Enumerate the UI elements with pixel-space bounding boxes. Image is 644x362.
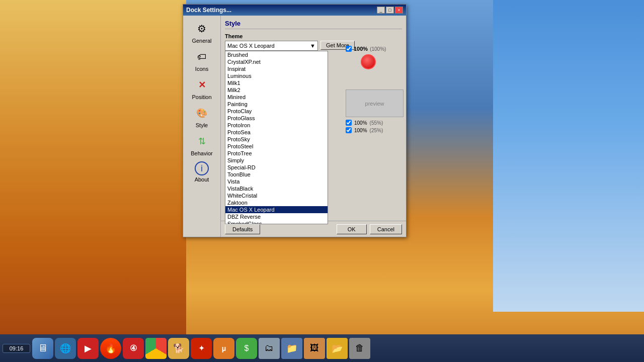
position-icon: ✕ xyxy=(194,77,210,93)
theme-selected-value: Mac OS X Leopard xyxy=(227,43,275,49)
dropdown-item-selected[interactable]: Mac OS X Leopard xyxy=(225,206,328,213)
zoom-value-2: 100% xyxy=(354,128,367,133)
taskbar-icon-folder1[interactable]: 📁 xyxy=(281,338,302,359)
desktop-right-panel xyxy=(493,0,644,312)
size-value: 100% xyxy=(354,46,368,52)
sidebar: ⚙ General 🏷 Icons ✕ Position 🎨 Style ⇅ B… xyxy=(183,16,221,237)
dropdown-item[interactable]: DBZ Reverse xyxy=(225,213,328,220)
theme-label: Theme xyxy=(225,33,402,39)
zoom-checkbox-1[interactable] xyxy=(346,120,352,126)
style-content: Style Theme Mac OS X Leopard ▼ Brushed C… xyxy=(221,16,406,237)
size-pct: (100%) xyxy=(370,46,386,52)
dropdown-item[interactable]: SmokedGlass xyxy=(225,220,328,224)
preview-label: preview xyxy=(365,101,384,107)
dropdown-item[interactable]: Brushed xyxy=(225,51,328,58)
style-icon: 🎨 xyxy=(194,105,210,121)
dropdown-item[interactable]: Vista xyxy=(225,178,328,185)
sidebar-label-style: Style xyxy=(196,122,208,128)
taskbar-icon-network[interactable]: 🌐 xyxy=(55,338,76,359)
sidebar-label-icons: Icons xyxy=(195,66,208,72)
sidebar-item-icons[interactable]: 🏷 Icons xyxy=(184,46,219,74)
taskbar-icon-folder2[interactable]: 📂 xyxy=(327,338,348,359)
dropdown-item[interactable]: ToonBlue xyxy=(225,171,328,178)
dropdown-item[interactable]: Milk1 xyxy=(225,79,328,86)
section-title: Style xyxy=(225,20,402,29)
size-checkbox[interactable] xyxy=(346,46,352,52)
sidebar-item-position[interactable]: ✕ Position xyxy=(184,74,219,103)
taskbar-icon-currency[interactable]: $ xyxy=(236,338,257,359)
taskbar-clock: 09:16 xyxy=(3,344,30,353)
size-area: 100% (100%) preview 100% (55%) xyxy=(346,46,404,133)
zoom-pct-2: (25%) xyxy=(370,128,383,133)
sidebar-label-general: General xyxy=(192,38,211,44)
window-titlebar: Dock Settings... _ □ × xyxy=(183,5,406,16)
dropdown-item[interactable]: ProtoClay xyxy=(225,108,328,115)
sidebar-label-about: About xyxy=(195,176,209,183)
behavior-icon: ⇅ xyxy=(194,133,210,149)
zoom-value-1: 100% xyxy=(354,120,367,126)
theme-dropdown[interactable]: Mac OS X Leopard ▼ xyxy=(225,41,318,51)
window-body: ⚙ General 🏷 Icons ✕ Position 🎨 Style ⇅ B… xyxy=(183,16,406,237)
dropdown-item[interactable]: CrystalXP.net xyxy=(225,58,328,65)
dropdown-item[interactable]: Minired xyxy=(225,94,328,101)
sidebar-item-general[interactable]: ⚙ General xyxy=(184,18,219,46)
dropdown-item[interactable]: WhiteCristal xyxy=(225,192,328,199)
dropdown-item[interactable]: ProtoGlass xyxy=(225,115,328,122)
taskbar: 09:16 🖥 🌐 ▶ 🔥 ④ 🐕 ✦ μ $ 🗂 📁 🖼 📂 🗑 xyxy=(0,334,644,362)
taskbar-icon-media[interactable]: ▶ xyxy=(77,338,99,359)
dropdown-item[interactable]: ProtoTree xyxy=(225,150,328,157)
sidebar-item-style[interactable]: 🎨 Style xyxy=(184,103,219,131)
dock-settings-window: Dock Settings... _ □ × ⚙ General 🏷 Icons… xyxy=(183,4,407,237)
cancel-button[interactable]: Cancel xyxy=(370,224,402,234)
close-button[interactable]: × xyxy=(395,7,403,14)
dropdown-item[interactable]: VistaBlack xyxy=(225,185,328,192)
dropdown-item[interactable]: ProtoIron xyxy=(225,122,328,129)
zoom-pct-1: (55%) xyxy=(370,120,383,126)
sidebar-label-behavior: Behavior xyxy=(191,150,212,156)
taskbar-icon-photos[interactable]: 🖼 xyxy=(304,338,325,359)
cursor-indicator xyxy=(361,54,376,69)
desktop-left-panel xyxy=(0,0,186,362)
minimize-button[interactable]: _ xyxy=(377,7,385,14)
ok-button[interactable]: OK xyxy=(337,224,367,234)
preview-box: preview xyxy=(346,89,404,117)
taskbar-icon-torrent[interactable]: μ xyxy=(213,338,234,359)
theme-dropdown-list[interactable]: Brushed CrystalXP.net Inspirat Luminous … xyxy=(225,51,328,224)
dropdown-item[interactable]: Zaktoon xyxy=(225,199,328,206)
window-title: Dock Settings... xyxy=(186,7,231,14)
general-icon: ⚙ xyxy=(194,21,210,37)
icons-icon: 🏷 xyxy=(194,49,210,65)
taskbar-icon-rss[interactable]: ④ xyxy=(123,338,144,359)
dropdown-item[interactable]: Special-RD xyxy=(225,164,328,171)
zoom-checkbox-2[interactable] xyxy=(346,127,352,133)
dropdown-item[interactable]: ProtoSea xyxy=(225,129,328,136)
dropdown-item[interactable]: Luminous xyxy=(225,72,328,79)
dropdown-item[interactable]: Milk2 xyxy=(225,86,328,94)
taskbar-icon-security[interactable]: ✦ xyxy=(191,338,212,359)
sidebar-label-position: Position xyxy=(192,94,211,100)
about-icon: i xyxy=(195,161,209,175)
taskbar-icon-finder[interactable]: 🖥 xyxy=(32,338,53,359)
taskbar-icon-photo[interactable]: 🐕 xyxy=(168,338,189,359)
taskbar-icon-burn[interactable]: 🔥 xyxy=(100,338,121,359)
dropdown-item[interactable]: ProtoSky xyxy=(225,136,328,143)
sidebar-item-behavior[interactable]: ⇅ Behavior xyxy=(184,131,219,159)
sidebar-item-about[interactable]: i About xyxy=(184,159,219,185)
taskbar-icons: 🖥 🌐 ▶ 🔥 ④ 🐕 ✦ μ $ 🗂 📁 🖼 📂 🗑 xyxy=(32,338,641,359)
maximize-button[interactable]: □ xyxy=(386,7,394,14)
dropdown-item[interactable]: Inspirat xyxy=(225,65,328,72)
taskbar-icon-chrome[interactable] xyxy=(145,338,167,359)
window-controls: _ □ × xyxy=(377,7,403,14)
taskbar-icon-files[interactable]: 🗂 xyxy=(259,338,280,359)
taskbar-icon-trash[interactable]: 🗑 xyxy=(349,338,370,359)
dropdown-arrow-icon: ▼ xyxy=(310,43,315,49)
dropdown-item[interactable]: Simply xyxy=(225,157,328,164)
dropdown-item[interactable]: Painting xyxy=(225,101,328,108)
dropdown-item[interactable]: ProtoSteel xyxy=(225,143,328,150)
defaults-button[interactable]: Defaults xyxy=(225,224,260,234)
zoom-rows: 100% (55%) 100% (25%) xyxy=(346,120,404,133)
